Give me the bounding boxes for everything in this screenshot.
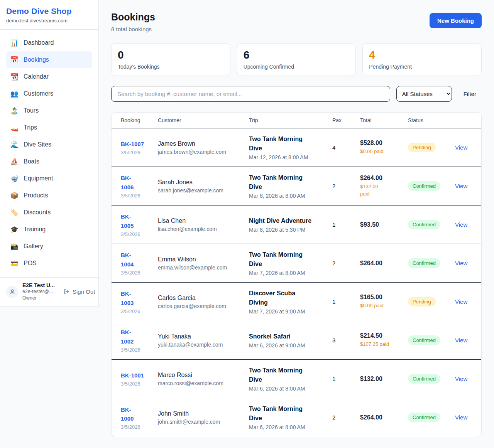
view-link[interactable]: View bbox=[455, 221, 467, 228]
customer-name: Marco Rossi bbox=[158, 372, 243, 379]
sidebar-item-label: Products bbox=[24, 192, 48, 199]
table-row: BK- 1002 3/5/2026 Yuki Tanaka yuki.tanak… bbox=[112, 321, 481, 360]
pax-count: 1 bbox=[332, 298, 335, 305]
booking-ref-link[interactable]: BK- 1002 bbox=[121, 328, 134, 346]
total-amount: $528.00 bbox=[360, 140, 402, 147]
sidebar-item-dive-sites[interactable]: 🌊 Dive Sites bbox=[6, 136, 92, 153]
sidebar-item-products[interactable]: 📦 Products bbox=[6, 187, 92, 204]
status-badge: Confirmed bbox=[408, 220, 440, 229]
page-header: Bookings 8 total bookings New Booking bbox=[111, 12, 482, 32]
gallery-icon: 📸 bbox=[10, 243, 19, 251]
paid-amount: $0.00 paid bbox=[360, 148, 402, 155]
stat-label: Today's Bookings bbox=[118, 64, 224, 70]
training-icon: 🎓 bbox=[10, 226, 19, 234]
status-filter-select[interactable]: All Statuses bbox=[396, 86, 452, 102]
column-header: Customer bbox=[155, 113, 246, 128]
boats-icon: ⛵ bbox=[10, 158, 19, 166]
booking-ref-link[interactable]: BK- 1003 bbox=[121, 289, 134, 307]
table-row: BK- 1005 3/5/2026 Lisa Chen lisa.chen@ex… bbox=[112, 205, 481, 244]
stat-value: 4 bbox=[369, 49, 475, 61]
trip-name: Two Tank Morning Dive bbox=[249, 135, 326, 153]
total-amount: $264.00 bbox=[360, 175, 402, 182]
discounts-icon: 🏷️ bbox=[10, 209, 19, 217]
sidebar-item-equipment[interactable]: 🤿 Equipment bbox=[6, 170, 92, 187]
total-amount: $165.00 bbox=[360, 294, 402, 301]
tours-icon: 🏝️ bbox=[10, 107, 19, 115]
sidebar-item-customers[interactable]: 👥 Customers bbox=[6, 85, 92, 102]
stat-label: Upcoming Confirmed bbox=[244, 64, 350, 70]
stat-card: 0 Today's Bookings bbox=[111, 43, 230, 76]
booking-date: 3/5/2026 bbox=[121, 347, 152, 353]
trip-datetime: Mar 7, 2026 at 9:00 AM bbox=[249, 308, 326, 315]
view-link[interactable]: View bbox=[455, 376, 467, 382]
trip-name: Two Tank Morning Dive bbox=[249, 366, 326, 384]
view-link[interactable]: View bbox=[455, 298, 467, 305]
customer-email: john.smith@example.com bbox=[158, 419, 243, 425]
view-link[interactable]: View bbox=[455, 337, 467, 344]
table-row: BK-1001 3/5/2026 Marco Rossi marco.rossi… bbox=[112, 360, 481, 398]
user-meta: E2E Test U... e2e-tester@... Owner bbox=[22, 282, 59, 301]
column-header: Status bbox=[405, 113, 452, 128]
new-booking-button[interactable]: New Booking bbox=[430, 13, 482, 28]
sidebar-item-label: Dashboard bbox=[24, 39, 54, 46]
view-link[interactable]: View bbox=[455, 260, 467, 266]
stat-value: 6 bbox=[244, 49, 350, 61]
status-badge: Pending bbox=[408, 297, 436, 307]
filter-button[interactable]: Filter bbox=[458, 91, 482, 97]
column-header: Booking bbox=[112, 113, 155, 128]
sidebar-item-trips[interactable]: 🚤 Trips bbox=[6, 119, 92, 136]
pax-count: 2 bbox=[332, 260, 335, 266]
total-amount: $264.00 bbox=[360, 414, 402, 421]
sign-out-label: Sign Out bbox=[73, 288, 95, 295]
customer-email: marco.rossi@example.com bbox=[158, 380, 243, 386]
sidebar-item-calendar[interactable]: 📆 Calendar bbox=[6, 68, 92, 85]
sidebar-item-boats[interactable]: ⛵ Boats bbox=[6, 153, 92, 170]
booking-ref-link[interactable]: BK- 1005 bbox=[121, 212, 134, 230]
sidebar-item-discounts[interactable]: 🏷️ Discounts bbox=[6, 204, 92, 221]
customer-email: james.brown@example.com bbox=[158, 149, 243, 155]
trip-datetime: Mar 8, 2026 at 8:00 AM bbox=[249, 193, 326, 199]
status-badge: Confirmed bbox=[408, 374, 440, 384]
sidebar-item-dashboard[interactable]: 📊 Dashboard bbox=[6, 34, 92, 51]
stats-row: 0 Today's Bookings 6 Upcoming Confirmed … bbox=[111, 43, 482, 76]
view-link[interactable]: View bbox=[455, 414, 467, 421]
booking-ref-link[interactable]: BK-1001 bbox=[121, 371, 144, 380]
page-subtitle: 8 total bookings bbox=[111, 26, 155, 32]
paid-amount: $107.25 paid bbox=[360, 341, 402, 348]
search-input[interactable] bbox=[111, 86, 390, 102]
user-icon bbox=[9, 288, 16, 295]
avatar bbox=[6, 286, 19, 298]
user-email: e2e-tester@... bbox=[22, 288, 59, 295]
sign-out-button[interactable]: Sign Out bbox=[63, 288, 95, 295]
user-role: Owner bbox=[22, 295, 59, 301]
status-badge: Pending bbox=[408, 143, 436, 152]
booking-date: 3/5/2026 bbox=[121, 231, 152, 237]
pax-count: 1 bbox=[332, 376, 335, 382]
customer-email: emma.wilson@example.com bbox=[158, 264, 243, 271]
sidebar-item-training[interactable]: 🎓 Training bbox=[6, 221, 92, 238]
total-amount: $214.50 bbox=[360, 332, 402, 339]
sidebar-item-tours[interactable]: 🏝️ Tours bbox=[6, 102, 92, 119]
stat-value: 0 bbox=[118, 49, 224, 61]
sidebar-item-gallery[interactable]: 📸 Gallery bbox=[6, 238, 92, 255]
booking-ref-link[interactable]: BK- 1004 bbox=[121, 251, 134, 269]
sidebar-item-bookings[interactable]: 📅 Bookings bbox=[6, 51, 92, 68]
customer-name: Emma Wilson bbox=[158, 256, 243, 263]
dashboard-icon: 📊 bbox=[10, 39, 19, 47]
view-link[interactable]: View bbox=[455, 183, 467, 189]
table-row: BK- 1003 3/5/2026 Carlos Garcia carlos.g… bbox=[112, 283, 481, 321]
view-link[interactable]: View bbox=[455, 144, 467, 151]
dive-sites-icon: 🌊 bbox=[10, 141, 19, 149]
sidebar-nav: 📊 Dashboard 📅 Bookings 📆 Calendar 👥 Cust… bbox=[0, 30, 98, 277]
booking-ref-link[interactable]: BK- 1006 bbox=[121, 173, 134, 192]
booking-ref-link[interactable]: BK- 1000 bbox=[121, 405, 134, 423]
sidebar-item-label: Training bbox=[24, 226, 46, 233]
sidebar-item-pos[interactable]: 💳 POS bbox=[6, 255, 92, 272]
calendar-icon: 📆 bbox=[10, 73, 19, 81]
sidebar-item-label: Customers bbox=[24, 90, 53, 97]
trip-name: Two Tank Morning Dive bbox=[249, 250, 326, 269]
shop-domain: demo.test.divestreams.com bbox=[6, 18, 92, 24]
paid-amount: $0.00 paid bbox=[360, 302, 402, 310]
booking-ref-link[interactable]: BK-1007 bbox=[121, 140, 144, 148]
sidebar-item-label: Dive Sites bbox=[24, 141, 51, 148]
